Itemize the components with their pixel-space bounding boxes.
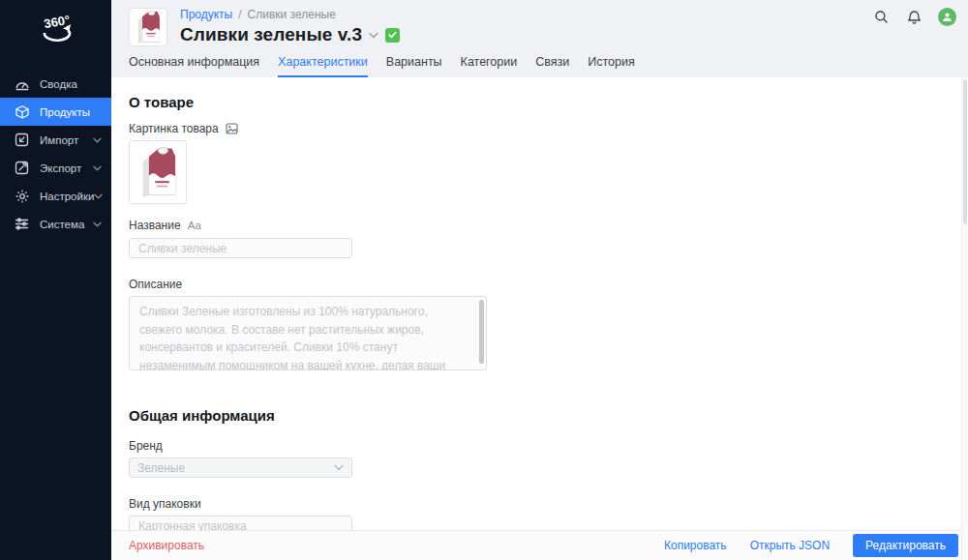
milk-carton-image	[132, 9, 165, 45]
sidebar-item-label: Продукты	[40, 106, 90, 118]
brand-select[interactable]: Зеленые	[129, 457, 352, 478]
bell-icon[interactable]	[905, 9, 923, 26]
status-active-badge	[385, 28, 400, 43]
brand-select-value: Зеленые	[137, 461, 185, 475]
scrollbar-thumb[interactable]	[963, 79, 967, 224]
sidebar-item-summary[interactable]: Сводка	[0, 70, 111, 98]
footer-actionbar: Архивировать Копировать Открыть JSON Ред…	[111, 530, 968, 560]
sidebar-item-label: Сводка	[40, 78, 77, 90]
page-title: Сливки зеленые v.3	[180, 24, 362, 45]
product-image-thumbnail[interactable]	[129, 140, 187, 204]
sidebar-item-label: Система	[40, 219, 84, 230]
export-icon	[14, 160, 30, 176]
chevron-down-icon	[334, 464, 344, 471]
chevron-down-icon	[93, 221, 102, 227]
content-area: О товаре Картинка товара Название Аа	[111, 77, 968, 530]
sidebar-nav: Сводка Продукты Импорт	[0, 70, 111, 238]
chevron-down-icon	[93, 137, 102, 143]
sliders-icon	[14, 216, 30, 232]
tab-relations[interactable]: Связи	[535, 55, 569, 77]
brand-label: Бренд	[129, 439, 163, 453]
breadcrumb-current: Сливки зеленые	[248, 8, 336, 21]
sidebar-item-import[interactable]: Импорт	[0, 126, 111, 154]
main-area: Продукты / Сливки зеленые Сливки зеленые…	[111, 0, 968, 560]
description-label: Описание	[129, 278, 182, 291]
logo-360-icon: 360°	[28, 10, 84, 50]
section-title-general: Общая информация	[129, 407, 968, 424]
packaging-label: Вид упаковки	[129, 497, 201, 511]
tab-characteristics[interactable]: Характеристики	[278, 55, 368, 77]
tab-bar: Основная информация Характеристики Вариа…	[129, 55, 635, 77]
breadcrumb-products-link[interactable]: Продукты	[180, 8, 232, 21]
sidebar-item-label: Настройки	[40, 191, 94, 202]
vertical-scrollbar[interactable]	[961, 77, 968, 560]
breadcrumb: Продукты / Сливки зеленые	[180, 8, 400, 21]
tab-history[interactable]: История	[588, 55, 634, 77]
image-icon	[226, 123, 238, 134]
description-textarea[interactable]	[129, 296, 487, 370]
sidebar-item-label: Экспорт	[40, 162, 81, 174]
archive-link[interactable]: Архивировать	[129, 539, 204, 552]
text-case-icon: Аа	[188, 220, 201, 231]
box-icon	[14, 103, 30, 120]
gauge-icon	[14, 75, 30, 92]
chevron-down-icon	[93, 165, 102, 171]
sidebar-item-system[interactable]: Система	[0, 210, 111, 238]
title-chevron-down-icon[interactable]	[369, 32, 378, 39]
open-json-link[interactable]: Открыть JSON	[750, 539, 830, 552]
textarea-scrollbar[interactable]	[479, 300, 484, 364]
product-thumbnail-small	[129, 8, 167, 46]
tab-variants[interactable]: Варианты	[386, 55, 442, 77]
sidebar-item-products[interactable]: Продукты	[0, 98, 111, 126]
section-title-about: О товаре	[129, 94, 968, 110]
name-label: Название	[129, 219, 181, 232]
sidebar-item-settings[interactable]: Настройки	[0, 182, 111, 210]
gear-icon	[14, 188, 30, 204]
search-icon[interactable]	[872, 9, 890, 26]
page-header: Продукты / Сливки зеленые Сливки зеленые…	[111, 0, 968, 77]
product-image-label: Картинка товара	[129, 122, 219, 135]
sidebar-item-export[interactable]: Экспорт	[0, 154, 111, 182]
edit-button[interactable]: Редактировать	[853, 534, 958, 557]
tab-main-info[interactable]: Основная информация	[129, 55, 259, 77]
user-avatar[interactable]	[938, 8, 956, 26]
breadcrumb-separator: /	[238, 8, 241, 21]
name-input[interactable]	[129, 238, 352, 258]
sidebar: 360° Сводка Продукты	[0, 0, 111, 560]
sidebar-item-label: Импорт	[40, 134, 78, 146]
tab-categories[interactable]: Категории	[461, 55, 518, 77]
import-icon	[14, 132, 30, 148]
app-logo: 360°	[0, 0, 111, 62]
chevron-down-icon	[94, 193, 103, 199]
packaging-input[interactable]	[129, 516, 352, 530]
copy-link[interactable]: Копировать	[664, 539, 727, 552]
milk-carton-image	[134, 144, 182, 200]
